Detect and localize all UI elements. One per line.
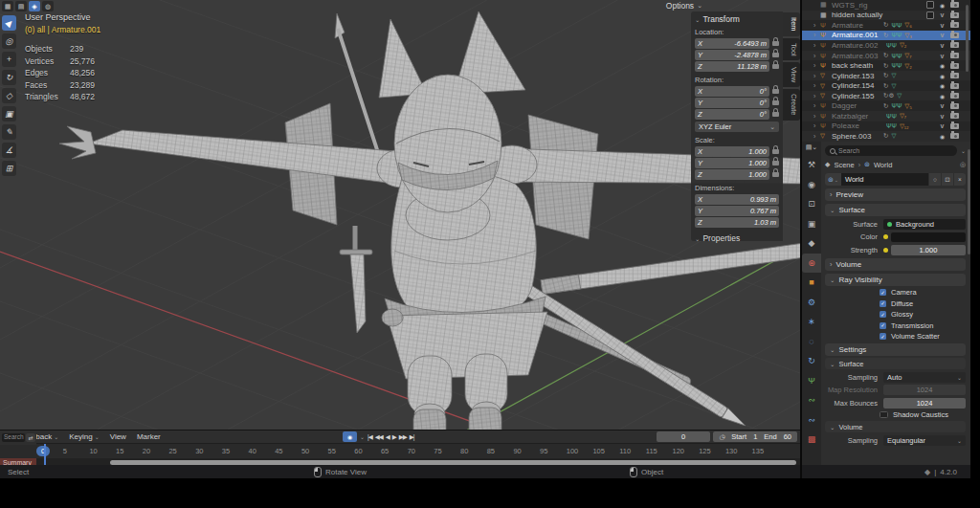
disable-render-icon[interactable]	[950, 12, 959, 18]
outliner-row[interactable]: › Armature.002 ΨΨ ▽₂	[802, 40, 970, 51]
play-reverse-button[interactable]: ◀	[386, 433, 390, 441]
settings-surface-header[interactable]: Surface	[825, 358, 966, 369]
viewport-tool-button[interactable]: ◇	[2, 88, 16, 103]
jump-to-start-button[interactable]: |◀	[368, 433, 372, 441]
object-name[interactable]: Armature.001	[832, 31, 883, 39]
object-name[interactable]: Armature.002	[832, 41, 883, 50]
dimension-field[interactable]: Y 0.767 m	[695, 206, 779, 216]
rotation-mode-dropdown[interactable]: XYZ Euler	[695, 121, 779, 132]
hide-viewport-toggle[interactable]	[937, 21, 947, 30]
object-name[interactable]: Armature	[832, 21, 883, 30]
disable-render-icon[interactable]	[950, 42, 959, 48]
rotation-field[interactable]: Z 0°	[695, 109, 769, 120]
outliner-row[interactable]: › Dagger ↻ ΨΨ ▽₅	[802, 100, 970, 111]
volume-sampling-dropdown[interactable]: Equiangular ⌄	[883, 435, 966, 446]
expand-chevron-icon[interactable]: ›	[813, 53, 820, 59]
options-button[interactable]: Options	[666, 1, 702, 11]
outliner-row[interactable]: › Armature ↻ ΨΨ ▽₆	[802, 20, 970, 31]
scale-field[interactable]: Z 1.000	[695, 169, 769, 180]
hide-viewport-toggle[interactable]	[937, 11, 947, 19]
breadcrumb-world[interactable]: World	[874, 161, 892, 169]
3d-viewport[interactable]: ▦▤◈◍ ▶◎+↻◇▣✎∡⊞ User Perspective (0) all …	[0, 0, 800, 430]
hide-viewport-toggle[interactable]	[937, 101, 947, 110]
properties-editor[interactable]: ▤⌄ ⚒◉⊡▣◆⊛■⚙∗◌↻Ψ∾∾▩ Search ⌄ ◆ Scene › ⊛ …	[802, 142, 970, 465]
lock-icon[interactable]	[772, 89, 779, 94]
lock-icon[interactable]	[772, 100, 779, 105]
sidebar-tab[interactable]: Tool	[783, 38, 800, 61]
properties-tab[interactable]: Ψ	[802, 371, 821, 391]
lock-icon[interactable]	[772, 41, 779, 46]
strength-slider[interactable]: 1.000	[891, 245, 966, 255]
properties-tab[interactable]: ◉	[802, 175, 821, 195]
outliner-row[interactable]: › Armature.001 ↻ ΨΨ ▽₃	[802, 31, 970, 41]
lock-icon[interactable]	[772, 64, 779, 69]
outliner-row[interactable]: › Armature.003 ↻ ΨΨ ▽₇	[802, 51, 970, 61]
hide-viewport-toggle[interactable]	[937, 41, 947, 50]
fake-user-button[interactable]: ○	[929, 173, 941, 186]
rotation-field[interactable]: Y 0°	[695, 98, 769, 108]
sidebar-tab[interactable]: Item	[783, 12, 800, 36]
expand-chevron-icon[interactable]: ›	[813, 73, 820, 79]
viewport-tool-button[interactable]: +	[2, 52, 16, 67]
outliner-row[interactable]: › Cylinder.154 ↻ ▽	[802, 80, 970, 91]
checkbox-checked[interactable]: ✓	[880, 300, 886, 307]
location-field[interactable]: Z 11.128 m	[695, 61, 769, 72]
play-button[interactable]: ▶	[392, 433, 396, 441]
hide-viewport-toggle[interactable]	[937, 1, 947, 10]
timeline-menu[interactable]: Keying	[69, 432, 100, 441]
object-name[interactable]: Poleaxe	[832, 121, 883, 130]
dimension-field[interactable]: X 0.993 m	[695, 194, 779, 205]
dimension-field[interactable]: Z 1.03 m	[695, 217, 779, 228]
checkbox-checked[interactable]: ✓	[880, 289, 886, 296]
outliner-row[interactable]: › hidden actually	[802, 11, 970, 21]
expand-chevron-icon[interactable]: ›	[813, 22, 820, 29]
properties-tab[interactable]: ⚙	[802, 293, 821, 313]
object-name[interactable]: back sheath	[832, 61, 883, 70]
properties-tab[interactable]: ∾	[802, 410, 821, 431]
object-name[interactable]: Katzbalger	[832, 112, 883, 121]
checkbox-unchecked[interactable]	[880, 411, 888, 418]
start-value[interactable]: 1	[753, 432, 757, 441]
lock-icon[interactable]	[772, 149, 779, 154]
playhead[interactable]	[44, 444, 46, 466]
color-swatch[interactable]	[891, 232, 966, 242]
viewport-header-icon[interactable]: ◍	[42, 1, 54, 11]
timeline-editor[interactable]: ◷⌄ PlaybackKeyingViewMarker ◉ ⌄ |◀ ◀◀ ◀ …	[0, 430, 800, 465]
viewport-tool-button[interactable]: ◎	[2, 33, 16, 49]
max-bounces-field[interactable]: 1024	[883, 398, 966, 409]
transform-panel-header[interactable]: Transform	[695, 14, 779, 24]
channel-filter-icon[interactable]: ⇄	[26, 433, 35, 442]
auto-keying-button[interactable]: ◉	[343, 431, 357, 442]
disable-render-icon[interactable]	[950, 83, 959, 89]
breadcrumb-scene[interactable]: Scene	[834, 161, 854, 169]
disable-render-icon[interactable]	[950, 73, 959, 78]
lock-icon[interactable]	[772, 53, 779, 57]
disable-render-icon[interactable]	[950, 22, 959, 28]
exclude-checkbox[interactable]	[926, 11, 934, 19]
outliner-row[interactable]: › back sheath ↻ ΨΨ ▽₂	[802, 60, 970, 71]
new-copy-button[interactable]: ⊡	[942, 173, 953, 186]
viewport-tool-button[interactable]: ✎	[2, 124, 16, 140]
hide-viewport-toggle[interactable]	[937, 31, 947, 39]
expand-chevron-icon[interactable]: ›	[813, 93, 820, 99]
outliner-row[interactable]: › Poleaxe ΨΨ ▽₁₂	[802, 121, 970, 132]
viewport-header-icon[interactable]: ▤	[15, 1, 27, 11]
disable-render-icon[interactable]	[950, 63, 959, 69]
hide-viewport-toggle[interactable]	[937, 121, 947, 130]
properties-tab[interactable]: ∗	[802, 312, 821, 332]
keyframe-dot-icon[interactable]	[883, 234, 888, 239]
browse-world-button[interactable]: ⊛⌄	[825, 173, 841, 186]
hide-viewport-toggle[interactable]	[937, 61, 947, 70]
object-name[interactable]: Cylinder.155	[832, 92, 883, 100]
settings-panel-header[interactable]: Settings	[825, 343, 966, 356]
checkbox-checked[interactable]: ✓	[880, 333, 886, 340]
expand-chevron-icon[interactable]: ›	[813, 62, 820, 69]
disable-render-icon[interactable]	[950, 103, 959, 109]
channel-search-input[interactable]: Search	[2, 433, 25, 442]
hide-viewport-toggle[interactable]	[937, 52, 947, 60]
expand-chevron-icon[interactable]: ›	[813, 113, 820, 120]
end-value[interactable]: 60	[784, 432, 791, 441]
preview-panel-header[interactable]: Preview	[825, 188, 966, 201]
disable-render-icon[interactable]	[950, 123, 959, 129]
outliner-row[interactable]: › Cylinder.155 ↻⚙ ▽	[802, 91, 970, 101]
